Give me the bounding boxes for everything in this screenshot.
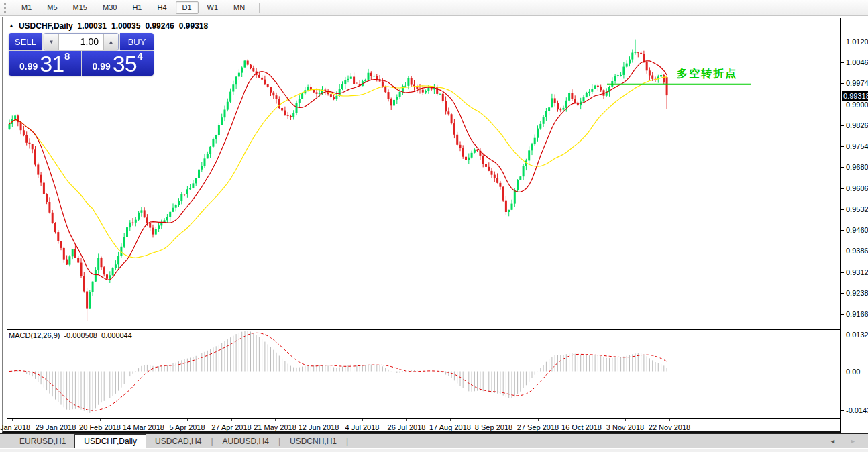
candles-group xyxy=(9,40,668,321)
tab-scroll-right-icon[interactable]: ► xyxy=(850,439,856,445)
date-tick-label: 12 Jun 2018 xyxy=(299,423,339,431)
price-tick-label: 0.94600 xyxy=(846,226,868,234)
candle-body xyxy=(402,86,404,92)
price-tick-mark xyxy=(841,188,844,189)
candle-body xyxy=(54,223,56,232)
candle-body xyxy=(198,170,200,178)
timeframe-d1[interactable]: D1 xyxy=(176,1,199,14)
macd-signal-line xyxy=(9,333,667,410)
candle-body xyxy=(376,76,378,79)
candle-body xyxy=(629,60,631,64)
tab-eurusd-h1[interactable]: EURUSD,H1 xyxy=(11,434,74,449)
candle-body xyxy=(491,171,493,175)
candle-body xyxy=(212,139,214,146)
candle-body xyxy=(221,117,223,125)
date-tick-mark xyxy=(406,419,407,421)
timeframe-w1[interactable]: W1 xyxy=(201,1,225,14)
candle-body xyxy=(537,129,539,138)
timeframe-m15[interactable]: M15 xyxy=(66,1,94,14)
candle-body xyxy=(9,124,11,129)
candle-body xyxy=(384,87,386,93)
collapse-panel-icon[interactable]: ▲ xyxy=(9,23,14,29)
candle-body xyxy=(74,249,76,258)
candle-body xyxy=(252,68,254,71)
candle-body xyxy=(138,213,140,220)
volume-decrease-button[interactable]: ▼ xyxy=(44,34,59,50)
candle-body xyxy=(250,65,252,68)
candle-body xyxy=(287,115,289,116)
candle-body xyxy=(591,89,593,92)
date-tick-label: 17 Aug 2018 xyxy=(429,423,471,431)
macd-chart[interactable] xyxy=(7,329,840,417)
timeframe-m1[interactable]: M1 xyxy=(15,1,38,14)
candle-body xyxy=(247,61,249,65)
timeframe-mn[interactable]: MN xyxy=(227,1,252,14)
sell-button[interactable]: SELL xyxy=(9,33,42,50)
sell-price-button[interactable]: 0.99 31 8 xyxy=(9,51,81,76)
candle-body xyxy=(388,92,390,99)
candle-body xyxy=(554,98,556,103)
timeframe-h4[interactable]: H4 xyxy=(150,1,173,14)
candle-body xyxy=(643,54,645,62)
candle-body xyxy=(123,237,125,246)
candle-body xyxy=(20,122,22,130)
date-tick-label: 4 Jul 2018 xyxy=(345,423,380,431)
candle-body xyxy=(597,86,599,87)
volume-increase-button[interactable]: ▲ xyxy=(103,34,118,50)
candle-body xyxy=(95,270,97,281)
date-tick-label: 3 Nov 2018 xyxy=(606,423,644,431)
candle-body xyxy=(112,268,114,276)
candle-body xyxy=(29,143,31,144)
candle-body xyxy=(189,188,191,190)
candle-body xyxy=(588,92,590,93)
date-tick-label: 22 Nov 2018 xyxy=(649,423,690,431)
candle-body xyxy=(350,77,352,79)
candle-body xyxy=(407,78,409,86)
toolbar-grip[interactable] xyxy=(4,3,9,13)
candle-body xyxy=(364,80,366,81)
timeframe-m30[interactable]: M30 xyxy=(96,1,123,14)
candle-body xyxy=(46,194,48,202)
buy-price-button[interactable]: 0.99 35 4 xyxy=(82,51,154,76)
date-tick-label: 21 May 2018 xyxy=(254,423,296,431)
candle-body xyxy=(439,94,441,95)
candle-body xyxy=(281,108,283,111)
candle-body xyxy=(341,84,343,89)
candle-body xyxy=(399,92,401,97)
candle-body xyxy=(545,111,547,117)
timeframe-h1[interactable]: H1 xyxy=(125,1,148,14)
tab-usdchf-daily[interactable]: USDCHF,Daily xyxy=(74,434,146,449)
candle-body xyxy=(261,78,263,80)
price-tick-mark xyxy=(841,251,844,251)
ask-pip-digit: 4 xyxy=(138,51,143,61)
candle-body xyxy=(347,79,349,80)
candle-body xyxy=(637,52,639,53)
timeframe-m5[interactable]: M5 xyxy=(40,1,64,14)
tab-usdcnh-h1[interactable]: USDCNH,H1 xyxy=(281,434,345,449)
tab-scroll-left-icon[interactable]: ◄ xyxy=(830,439,836,445)
candle-body xyxy=(103,267,105,274)
candle-body xyxy=(574,99,576,103)
candle-body xyxy=(663,75,665,82)
candle-body xyxy=(144,210,146,217)
candle-body xyxy=(68,256,70,264)
tab-usdcad-h4[interactable]: USDCAD,H4 xyxy=(146,434,210,449)
candle-body xyxy=(563,108,565,110)
ask-prefix: 0.99 xyxy=(93,62,111,71)
candle-body xyxy=(66,260,68,265)
volume-input[interactable]: 1.00 xyxy=(59,34,103,50)
buy-button[interactable]: BUY xyxy=(120,33,154,50)
candle-body xyxy=(565,101,567,108)
candle-body xyxy=(335,96,337,99)
price-tick-label: 0.98260 xyxy=(846,121,868,129)
candle-body xyxy=(534,138,536,144)
candle-body xyxy=(172,208,174,212)
candle-body xyxy=(373,76,375,76)
candle-body xyxy=(146,217,148,223)
candle-body xyxy=(422,90,424,93)
candle-body xyxy=(60,241,62,248)
candle-body xyxy=(559,109,561,110)
tab-audusd-h4[interactable]: AUDUSD,H4 xyxy=(214,434,278,449)
macd-histogram xyxy=(9,331,667,413)
date-tick-mark xyxy=(538,419,539,421)
